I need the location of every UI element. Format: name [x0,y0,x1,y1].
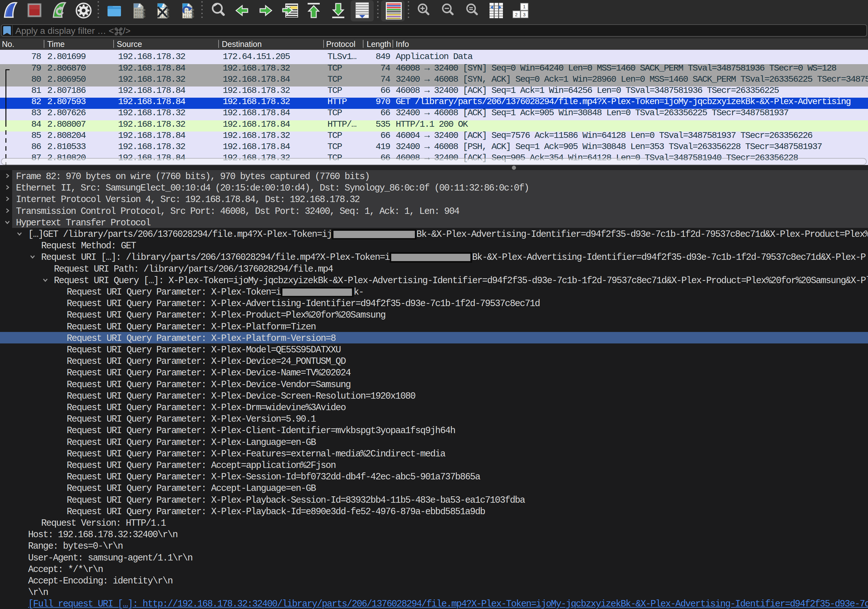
svg-text:2: 2 [515,12,518,17]
svg-text:3: 3 [523,12,525,17]
svg-text:01110: 01110 [135,15,146,19]
svg-text:1: 1 [523,4,525,9]
svg-text:01110: 01110 [183,15,194,19]
